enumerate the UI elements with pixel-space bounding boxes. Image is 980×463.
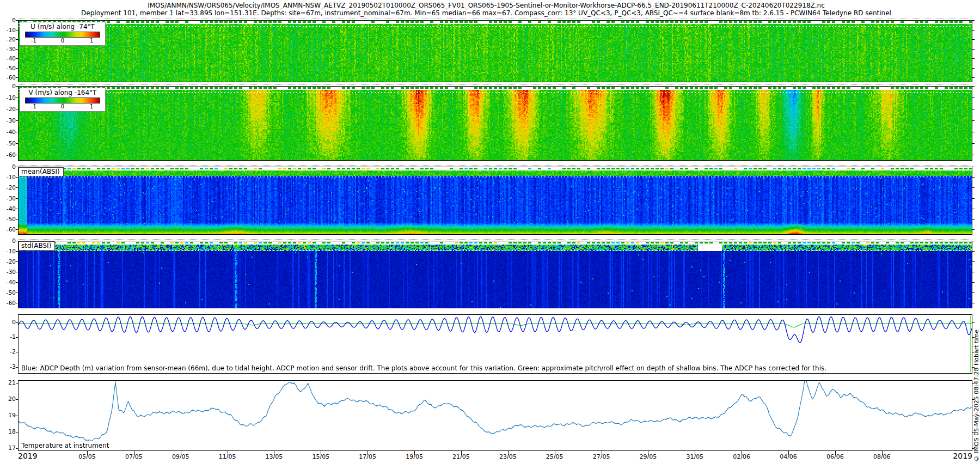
y-tick-mark	[16, 352, 18, 352]
y-tick-mark	[16, 251, 18, 252]
v-colorbar	[25, 98, 100, 103]
y-tick-mark	[972, 337, 975, 338]
colorbar-tick-label: -1	[31, 38, 36, 44]
y-tick-mark	[972, 177, 975, 178]
y-tick-mark	[972, 109, 975, 109]
y-tick-label: -10	[0, 174, 16, 180]
x-tick-label: 31/05	[678, 453, 711, 460]
y-tick-label: 18	[0, 428, 16, 435]
x-tick-label: 19/05	[398, 453, 431, 460]
y-tick-mark	[16, 58, 18, 59]
y-tick-label: -60	[0, 300, 16, 306]
y-tick-mark	[16, 132, 18, 132]
y-tick-mark	[16, 30, 18, 31]
y-tick-label: -60	[0, 151, 16, 158]
x-tick-label: 07/05	[118, 453, 150, 460]
y-tick-mark	[972, 167, 975, 167]
y-tick-mark	[972, 416, 975, 416]
u-velocity-heatmap	[19, 21, 972, 82]
y-tick-mark	[16, 383, 18, 383]
y-tick-mark	[16, 219, 18, 220]
figure-subtitle: Deployment 101, member 1 lat=33.89S lon=…	[0, 9, 972, 17]
y-tick-mark	[972, 448, 975, 449]
y-tick-mark	[972, 86, 975, 87]
y-tick-mark	[972, 58, 975, 59]
y-tick-mark	[972, 120, 975, 121]
y-tick-mark	[16, 293, 18, 293]
y-tick-label: -40	[0, 55, 16, 62]
y-tick-mark	[16, 20, 18, 21]
y-tick-label: -30	[0, 195, 16, 202]
x-tick-label: 27/05	[585, 453, 618, 460]
y-tick-mark	[16, 177, 18, 178]
x-tick-label: 17/05	[351, 453, 384, 460]
y-tick-label: -40	[0, 129, 16, 135]
y-tick-label: -10	[0, 248, 16, 254]
x-tick-label: 05/05	[71, 453, 103, 460]
y-tick-mark	[972, 352, 975, 352]
y-tick-label: -10	[0, 27, 16, 33]
panel-v-velocity: V (m/s) along -164°T -1 0 1	[18, 86, 972, 161]
y-tick-mark	[972, 432, 975, 432]
temperature-label: Temperature at instrument	[21, 442, 109, 449]
y-tick-mark	[972, 282, 975, 283]
y-tick-mark	[16, 261, 18, 262]
x-tick-label: 21/05	[445, 453, 477, 460]
mean-absi-heatmap	[19, 167, 972, 234]
y-tick-mark	[972, 399, 975, 400]
y-tick-mark	[972, 39, 975, 40]
y-tick-mark	[16, 367, 18, 368]
y-tick-mark	[16, 187, 18, 188]
y-tick-label: 0	[0, 237, 16, 244]
y-tick-mark	[972, 98, 975, 98]
y-tick-mark	[972, 143, 975, 144]
u-colorbar-title: U (m/s) along -74°T	[21, 23, 104, 32]
u-colorbar-legend: U (m/s) along -74°T -1 0 1	[20, 22, 106, 46]
x-tick-label: 09/05	[164, 453, 197, 460]
y-tick-mark	[972, 187, 975, 188]
y-tick-mark	[972, 303, 975, 303]
y-tick-mark	[972, 241, 975, 241]
panel-std-absi: std(ABSI)	[18, 241, 972, 308]
y-tick-label: -10	[0, 94, 16, 101]
y-tick-label: -60	[0, 74, 16, 81]
panel-u-velocity: U (m/s) along -74°T -1 0 1	[18, 20, 972, 82]
y-tick-mark	[972, 229, 975, 230]
y-tick-mark	[16, 49, 18, 50]
y-tick-mark	[972, 68, 975, 69]
y-tick-label: -2	[0, 348, 16, 355]
x-tick-label: 06/06	[819, 453, 852, 460]
y-tick-mark	[972, 77, 975, 78]
y-tick-label: -20	[0, 36, 16, 42]
y-tick-label: -30	[0, 46, 16, 52]
panel-mean-absi: mean(ABSI)	[18, 167, 972, 235]
y-tick-label: -50	[0, 65, 16, 71]
y-tick-mark	[972, 209, 975, 209]
y-tick-mark	[16, 167, 18, 167]
x-tick-label: 08/06	[866, 453, 898, 460]
figure: IMOS/ANMN/NSW/ORS065/Velocity/IMOS_ANMN-…	[0, 0, 980, 463]
y-tick-mark	[16, 68, 18, 69]
y-tick-mark	[972, 322, 975, 323]
std-absi-label: std(ABSI)	[19, 241, 55, 251]
y-tick-mark	[16, 98, 18, 98]
y-tick-label: 20	[0, 395, 16, 403]
colorbar-tick-label: 0	[61, 103, 64, 109]
x-tick-label: 02/06	[725, 453, 758, 460]
y-tick-mark	[972, 383, 975, 383]
mean-absi-label: mean(ABSI)	[19, 167, 64, 176]
y-tick-label: 0	[0, 17, 16, 23]
x-tick-label: 23/05	[492, 453, 524, 460]
y-tick-mark	[972, 20, 975, 21]
colorbar-tick-label: 1	[90, 103, 93, 109]
y-tick-mark	[16, 272, 18, 272]
y-tick-mark	[16, 432, 18, 432]
y-tick-label: -30	[0, 117, 16, 124]
panel-depth-variation: Blue: ADCP Depth (m) variation from sens…	[18, 314, 972, 374]
y-tick-label: -50	[0, 140, 16, 147]
y-tick-label: 17	[0, 444, 16, 452]
y-tick-label: 21	[0, 379, 16, 386]
x-tick-label: 04/06	[772, 453, 805, 460]
y-tick-label: -20	[0, 106, 16, 112]
y-tick-mark	[972, 367, 975, 368]
